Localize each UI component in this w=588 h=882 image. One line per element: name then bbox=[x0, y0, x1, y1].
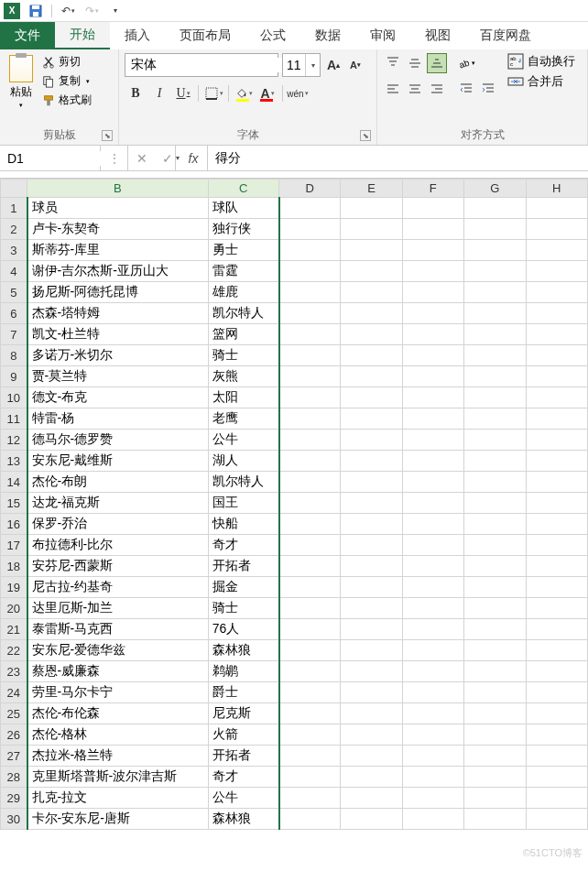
cell-B23[interactable]: 蔡恩-威廉森 bbox=[27, 661, 209, 682]
cell-C22[interactable]: 森林狼 bbox=[208, 640, 278, 661]
cell-E18[interactable] bbox=[341, 556, 402, 577]
cell-F19[interactable] bbox=[402, 577, 463, 598]
cell-F30[interactable] bbox=[402, 809, 463, 830]
cell-D25[interactable] bbox=[279, 703, 341, 724]
cell-D9[interactable] bbox=[279, 366, 341, 387]
cell-G25[interactable] bbox=[463, 703, 526, 724]
cell-G8[interactable] bbox=[463, 345, 526, 366]
cell-D26[interactable] bbox=[279, 724, 341, 746]
tab-home[interactable]: 开始 bbox=[55, 22, 110, 49]
cell-C23[interactable]: 鹈鹕 bbox=[208, 661, 278, 682]
font-size-combo[interactable]: ▾ bbox=[282, 53, 321, 77]
cell-D11[interactable] bbox=[279, 408, 341, 430]
cancel-formula-button[interactable]: ✕ bbox=[132, 148, 152, 169]
cell-B8[interactable]: 多诺万-米切尔 bbox=[27, 345, 209, 366]
cell-G11[interactable] bbox=[463, 408, 526, 430]
cell-E1[interactable] bbox=[341, 198, 402, 219]
tab-layout[interactable]: 页面布局 bbox=[165, 22, 245, 49]
increase-indent-button[interactable] bbox=[478, 79, 498, 99]
paste-button[interactable]: 粘贴 ▾ bbox=[5, 53, 37, 111]
formula-input[interactable] bbox=[208, 146, 588, 170]
cell-C7[interactable]: 篮网 bbox=[208, 324, 278, 345]
cell-H10[interactable] bbox=[526, 387, 588, 408]
cell-F25[interactable] bbox=[402, 703, 463, 724]
cell-D15[interactable] bbox=[279, 493, 341, 514]
row-header[interactable]: 26 bbox=[1, 724, 27, 746]
cell-H7[interactable] bbox=[526, 324, 588, 345]
cell-F16[interactable] bbox=[402, 514, 463, 535]
cell-C3[interactable]: 勇士 bbox=[208, 240, 278, 261]
cell-H18[interactable] bbox=[526, 556, 588, 577]
cell-D30[interactable] bbox=[279, 809, 341, 830]
cell-D13[interactable] bbox=[279, 451, 341, 472]
cell-B2[interactable]: 卢卡-东契奇 bbox=[27, 219, 209, 240]
cell-G29[interactable] bbox=[463, 788, 526, 809]
cell-G23[interactable] bbox=[463, 661, 526, 682]
cell-G26[interactable] bbox=[463, 724, 526, 746]
column-header-B[interactable]: B bbox=[27, 180, 209, 198]
decrease-indent-button[interactable] bbox=[456, 79, 476, 99]
cell-H29[interactable] bbox=[526, 788, 588, 809]
bold-button[interactable]: B bbox=[125, 82, 147, 104]
cell-C19[interactable]: 掘金 bbox=[208, 577, 278, 598]
cell-B1[interactable]: 球员 bbox=[27, 198, 209, 219]
cell-H28[interactable] bbox=[526, 767, 588, 788]
cell-H5[interactable] bbox=[526, 282, 588, 303]
cell-E23[interactable] bbox=[341, 661, 402, 682]
cell-H16[interactable] bbox=[526, 514, 588, 535]
insert-function-button[interactable]: fx bbox=[183, 148, 203, 169]
cell-E6[interactable] bbox=[341, 303, 402, 324]
cell-B17[interactable]: 布拉德利-比尔 bbox=[27, 535, 209, 556]
name-box[interactable]: ▾ bbox=[0, 146, 101, 170]
cell-E10[interactable] bbox=[341, 387, 402, 408]
cell-D18[interactable] bbox=[279, 556, 341, 577]
cell-D29[interactable] bbox=[279, 788, 341, 809]
font-dialog-launcher[interactable]: ⬊ bbox=[360, 130, 371, 141]
row-header[interactable]: 11 bbox=[1, 408, 27, 430]
cell-H25[interactable] bbox=[526, 703, 588, 724]
cell-C5[interactable]: 雄鹿 bbox=[208, 282, 278, 303]
row-header[interactable]: 10 bbox=[1, 387, 27, 408]
cell-H27[interactable] bbox=[526, 746, 588, 767]
cell-E16[interactable] bbox=[341, 514, 402, 535]
fill-color-button[interactable]: ▾ bbox=[233, 82, 255, 104]
cell-C8[interactable]: 骑士 bbox=[208, 345, 278, 366]
tab-formula[interactable]: 公式 bbox=[245, 22, 300, 49]
cell-D8[interactable] bbox=[279, 345, 341, 366]
tab-view[interactable]: 视图 bbox=[410, 22, 465, 49]
cell-E7[interactable] bbox=[341, 324, 402, 345]
cell-D1[interactable] bbox=[279, 198, 341, 219]
cell-C25[interactable]: 尼克斯 bbox=[208, 703, 278, 724]
qat-customize[interactable]: ▾ bbox=[107, 3, 124, 19]
cell-E20[interactable] bbox=[341, 598, 402, 619]
cell-H12[interactable] bbox=[526, 430, 588, 451]
cell-D2[interactable] bbox=[279, 219, 341, 240]
cell-G2[interactable] bbox=[463, 219, 526, 240]
row-header[interactable]: 27 bbox=[1, 746, 27, 767]
cell-B5[interactable]: 扬尼斯-阿德托昆博 bbox=[27, 282, 209, 303]
cell-E26[interactable] bbox=[341, 724, 402, 746]
align-right-button[interactable] bbox=[427, 79, 447, 99]
cell-D6[interactable] bbox=[279, 303, 341, 324]
row-header[interactable]: 2 bbox=[1, 219, 27, 240]
merge-center-button[interactable]: 合并后 bbox=[507, 73, 575, 90]
cell-E9[interactable] bbox=[341, 366, 402, 387]
cell-H8[interactable] bbox=[526, 345, 588, 366]
cell-B14[interactable]: 杰伦-布朗 bbox=[27, 472, 209, 493]
tab-file[interactable]: 文件 bbox=[0, 22, 55, 49]
cell-H17[interactable] bbox=[526, 535, 588, 556]
row-header[interactable]: 15 bbox=[1, 493, 27, 514]
cell-E4[interactable] bbox=[341, 261, 402, 282]
row-header[interactable]: 5 bbox=[1, 282, 27, 303]
cell-B10[interactable]: 德文-布克 bbox=[27, 387, 209, 408]
cell-B18[interactable]: 安芬尼-西蒙斯 bbox=[27, 556, 209, 577]
cell-D10[interactable] bbox=[279, 387, 341, 408]
cell-H15[interactable] bbox=[526, 493, 588, 514]
row-header[interactable]: 23 bbox=[1, 661, 27, 682]
font-size-input[interactable] bbox=[283, 58, 305, 72]
cell-B28[interactable]: 克里斯塔普斯-波尔津吉斯 bbox=[27, 767, 209, 788]
row-header[interactable]: 17 bbox=[1, 535, 27, 556]
cell-H1[interactable] bbox=[526, 198, 588, 219]
cell-H30[interactable] bbox=[526, 809, 588, 830]
cell-D7[interactable] bbox=[279, 324, 341, 345]
